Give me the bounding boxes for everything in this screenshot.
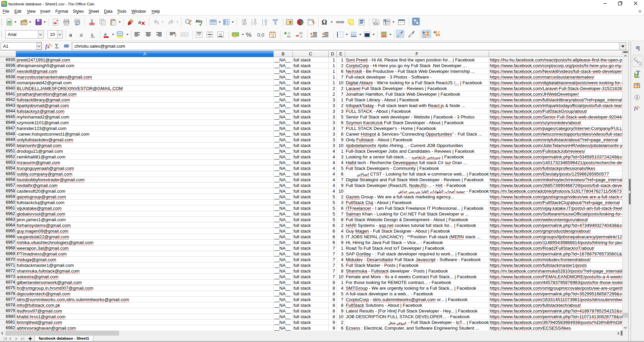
svg-text:0,0: 0,0	[257, 32, 264, 38]
svg-text:Ω: Ω	[322, 18, 327, 26]
svg-text:a: a	[104, 31, 107, 37]
svg-text:3: 3	[272, 35, 274, 38]
svg-text:a: a	[80, 32, 83, 38]
svg-text:.00: .00	[299, 32, 303, 35]
svg-text:a: a	[69, 32, 72, 38]
svg-text:a: a	[138, 19, 141, 25]
svg-text:%: %	[246, 31, 252, 38]
svg-text:.00: .00	[286, 35, 290, 38]
svg-text:a: a	[91, 32, 93, 37]
svg-text:a: a	[423, 30, 425, 34]
svg-text:.0: .0	[300, 35, 302, 38]
svg-text:Σ: Σ	[55, 43, 59, 50]
svg-text:a: a	[434, 30, 436, 34]
svg-text:.0: .0	[288, 32, 290, 35]
